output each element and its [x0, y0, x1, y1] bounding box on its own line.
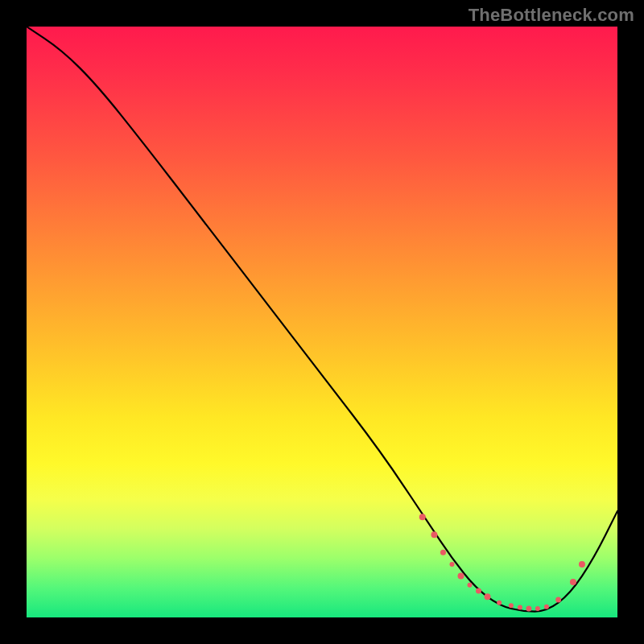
marker-dot: [440, 550, 446, 555]
marker-dot: [526, 605, 531, 611]
marker-dot: [544, 605, 549, 609]
marker-dot: [518, 605, 522, 610]
marker-dot: [457, 573, 464, 580]
marker-dot: [485, 593, 491, 600]
marker-dot: [449, 562, 454, 567]
marker-dot: [555, 597, 561, 602]
attribution-label: TheBottleneck.com: [469, 5, 634, 26]
marker-dot: [468, 583, 473, 588]
bottleneck-curve: [27, 27, 617, 612]
marker-dot: [509, 603, 514, 608]
marker-dot: [497, 601, 502, 605]
marker-dot: [535, 606, 540, 611]
marker-dot: [431, 531, 437, 538]
marker-dot: [419, 514, 426, 520]
marker-cluster: [419, 514, 585, 611]
plot-area: [27, 27, 617, 617]
chart-frame: TheBottleneck.com: [0, 0, 644, 644]
marker-dot: [476, 588, 481, 593]
curve-layer: [27, 27, 617, 617]
marker-dot: [570, 579, 576, 585]
marker-dot: [579, 561, 585, 568]
